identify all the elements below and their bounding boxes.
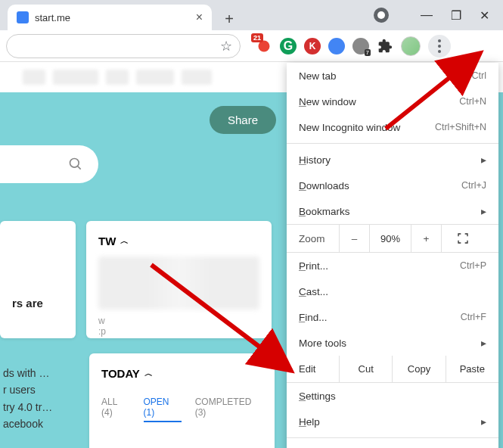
menu-downloads[interactable]: DownloadsCtrl+J [287, 173, 498, 198]
chevron-up-icon[interactable]: ︿ [144, 368, 153, 379]
text-snippet: ds with … r users try 4.0 tr… acebook [0, 365, 76, 433]
content-card: rs are [0, 221, 76, 338]
menu-zoom-row: Zoom – 90% + [287, 224, 498, 253]
chevron-right-icon: ▸ [481, 154, 486, 166]
menu-print[interactable]: Print...Ctrl+P [287, 253, 498, 278]
tab-favicon [17, 11, 29, 23]
tab-title: start.me [35, 12, 70, 23]
menu-new-tab[interactable]: New tabCtrl [287, 63, 498, 89]
extensions-puzzle-icon[interactable] [377, 38, 393, 54]
browser-tab[interactable]: start.me × [8, 5, 212, 30]
chevron-up-icon[interactable]: ︿ [120, 235, 129, 247]
tw-card[interactable]: TW ︿ w:p [86, 221, 272, 338]
menu-settings[interactable]: Settings [287, 383, 498, 409]
zoom-in-button[interactable]: + [411, 225, 442, 252]
edit-label: Edit [287, 356, 340, 382]
minimize-button[interactable]: — [421, 8, 433, 22]
vertical-dots-icon [438, 39, 441, 53]
search-box[interactable] [0, 145, 98, 183]
menu-cast[interactable]: Cast... [287, 278, 498, 304]
browser-titlebar: start.me × + — ❐ ✕ [0, 0, 503, 30]
cut-button[interactable]: Cut [340, 356, 393, 382]
menu-more-tools[interactable]: More tools▸ [287, 330, 498, 356]
fullscreen-button[interactable] [442, 225, 483, 252]
new-tab-button[interactable]: + [218, 8, 241, 30]
today-card[interactable]: TODAY ︿ ALL (4) OPEN (1) COMPLETED (3) [89, 353, 275, 448]
menu-find[interactable]: Find...Ctrl+F [287, 304, 498, 330]
address-bar[interactable]: ☆ [6, 34, 241, 58]
extension-icon[interactable]: 7 [352, 38, 369, 54]
extension-badge: 21 [251, 33, 263, 42]
svg-point-0 [377, 11, 385, 19]
extension-icon[interactable] [328, 38, 345, 54]
extension-icon[interactable]: 21 [256, 38, 272, 54]
tab-close-icon[interactable]: × [196, 11, 203, 24]
card-heading: rs are [12, 297, 64, 310]
menu-edit-row: Edit Cut Copy Paste [287, 356, 498, 383]
window-controls: — ❐ ✕ [374, 0, 503, 30]
toolbar: ☆ 21 G K 7 [0, 30, 503, 62]
filter-open[interactable]: OPEN (1) [144, 397, 182, 422]
chrome-menu-button[interactable] [428, 35, 451, 58]
profile-avatar[interactable] [401, 36, 421, 56]
zoom-label: Zoom [287, 225, 340, 252]
filter-tabs: ALL (4) OPEN (1) COMPLETED (3) [101, 397, 262, 422]
chrome-menu: New tabCtrl New windowCtrl+N New Incogni… [287, 63, 498, 448]
bookmark-star-icon[interactable]: ☆ [220, 38, 232, 54]
filter-completed[interactable]: COMPLETED (3) [195, 397, 262, 422]
menu-exit[interactable]: Exit [287, 441, 498, 448]
extension-icon[interactable]: K [304, 38, 321, 54]
incognito-indicator-icon [374, 8, 389, 23]
extension-icon[interactable]: G [280, 38, 297, 54]
copy-button[interactable]: Copy [393, 356, 446, 382]
search-icon [68, 157, 83, 172]
chevron-right-icon: ▸ [481, 337, 486, 349]
menu-help[interactable]: Help▸ [287, 409, 498, 434]
chevron-right-icon: ▸ [481, 415, 486, 428]
chevron-right-icon: ▸ [481, 205, 486, 217]
menu-incognito[interactable]: New Incognito windowCtrl+Shift+N [287, 114, 498, 140]
share-button[interactable]: Share [210, 106, 276, 134]
card-title: TW ︿ [98, 235, 259, 247]
paste-button[interactable]: Paste [446, 356, 498, 382]
menu-history[interactable]: History▸ [287, 147, 498, 173]
card-blurred-content [98, 257, 259, 310]
zoom-out-button[interactable]: – [340, 225, 370, 252]
menu-new-window[interactable]: New windowCtrl+N [287, 89, 498, 114]
zoom-value: 90% [370, 225, 411, 252]
menu-bookmarks[interactable]: Bookmarks▸ [287, 198, 498, 224]
extensions-area: 21 G K 7 [256, 35, 451, 58]
svg-line-3 [78, 166, 81, 170]
filter-all[interactable]: ALL (4) [101, 397, 130, 422]
svg-point-2 [70, 159, 79, 168]
close-window-button[interactable]: ✕ [480, 8, 489, 23]
maximize-button[interactable]: ❐ [451, 8, 461, 23]
card-title: TODAY ︿ [101, 367, 262, 380]
